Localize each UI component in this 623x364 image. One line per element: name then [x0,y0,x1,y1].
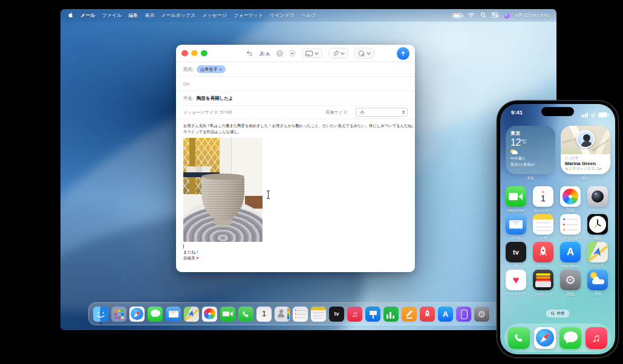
dock-item-music[interactable]: ♫ [347,307,362,322]
dock-item-games[interactable] [420,307,435,322]
home-search-pill[interactable]: 検索 [546,310,570,317]
image-size-select[interactable]: 小 [356,108,408,117]
app-games[interactable]: ゲーム [530,242,556,269]
header-fields-button[interactable] [302,48,322,58]
menu-item-view[interactable]: 表示 [145,12,154,19]
dock-divider [494,306,495,322]
app-photos[interactable]: 写真 [557,186,584,213]
dock-item-tv[interactable]: tv [329,307,344,322]
dock-item-mail[interactable] [166,307,181,322]
menu-item-help[interactable]: ヘルプ [301,12,316,19]
app-maps[interactable]: マップ [584,242,611,269]
menu-bar: メール ファイル 編集 表示 メールボックス メッセージ フォーマット ウインド… [60,9,556,22]
menu-item-mailbox[interactable]: メールボックス [161,12,195,19]
app-calendar[interactable]: 火1 カレンダー [530,186,556,213]
location-place: Marina Green [565,161,606,166]
send-button[interactable] [397,47,409,60]
menu-item-window[interactable]: ウインドウ [270,12,295,19]
text-format-button[interactable]: あぁ [259,50,270,57]
app-camera[interactable]: カメラ [584,186,611,213]
image-size-value: 小 [360,109,364,115]
dock-item-maps[interactable] [184,307,199,322]
wifi-icon[interactable] [468,12,475,19]
app-settings[interactable]: ⚙ 設定 [557,270,584,297]
app-clock[interactable]: 時計 [584,214,611,241]
iphone-dock-phone[interactable] [508,327,530,349]
pottery-photo-attachment[interactable] [183,138,263,242]
iphone-dock-safari[interactable] [534,327,556,349]
dock-item-iphone-mirroring[interactable] [456,307,471,322]
contacts-tabs-icon [287,308,289,319]
menu-item-format[interactable]: フォーマット [233,12,263,19]
message-size-text: メッセージサイズ: 57 KB [183,109,232,115]
weather-widget[interactable]: 東京 12°C やや曇り 最高13 最低10 [506,126,555,174]
app-store-glyph: A [443,310,448,319]
minimize-window-button[interactable] [191,50,198,57]
attach-file-button[interactable] [328,48,348,59]
cc-field[interactable]: Cc: [176,77,415,91]
to-field[interactable]: 宛先: 山本杏子 [176,62,415,77]
menu-item-mail[interactable]: メール [80,12,95,19]
dock-item-reminders[interactable] [293,307,308,322]
app-wallet[interactable]: ウォレット [530,270,556,297]
message-body[interactable]: お母さん元気？私はこの夏また陶芸を始めました！お母さんから教わったこと、だいたい… [176,119,415,261]
app-tv[interactable]: tv TV [503,242,529,268]
menu-item-file[interactable]: ファイル [102,12,122,19]
calendar-date: 1 [262,310,266,318]
apple-menu-icon[interactable] [68,11,74,19]
undo-button[interactable] [246,50,253,57]
find-my-widget[interactable]: MARINA GREEN DR MARINA BLVD たった今 Marina … [561,126,610,174]
control-center-icon[interactable] [492,12,498,19]
dock-item-system-settings[interactable]: ⚙ [474,307,489,322]
dock-item-app-store[interactable]: A [438,307,453,322]
subject-field[interactable]: 件名: 陶芸を再開したよ [176,91,415,106]
dynamic-island [541,107,574,116]
dock-item-finder[interactable] [93,307,108,322]
menu-item-message[interactable]: メッセージ [202,12,227,19]
menu-bar-clock[interactable]: 4月1日(火) 9:41 [515,12,549,19]
dock-item-phone[interactable] [238,307,253,322]
dock-item-photos[interactable] [202,307,217,322]
chevron-down-icon [315,52,319,55]
dock-item-safari[interactable] [129,307,145,322]
finder-face-icon [93,307,108,322]
find-my-widget-label: 探す [561,176,610,181]
chevron-down-icon [341,52,345,55]
menu-item-edit[interactable]: 編集 [128,12,138,19]
image-size-label: 画像サイズ: [326,109,348,115]
dock-item-keynote[interactable] [365,307,380,322]
app-health[interactable]: ♥ ヘルスケア [503,270,529,297]
app-facetime[interactable]: FaceTime [503,186,529,212]
recipient-token[interactable]: 山本杏子 [197,65,226,73]
zoom-window-button[interactable] [201,50,207,57]
app-mail[interactable]: メール [503,214,529,241]
sun-behind-cloud-icon [510,149,518,155]
app-app-store[interactable]: A App Store [557,242,584,268]
dock-item-facetime[interactable] [220,307,235,322]
battery-icon[interactable] [452,13,462,18]
app-weather[interactable]: 天気 [584,270,611,297]
app-notes[interactable]: メモ [530,214,556,241]
phone-handset-icon [241,309,251,319]
emoji-button[interactable] [276,50,283,57]
spotlight-search-icon[interactable] [480,12,486,19]
tv-logo: tv [334,311,339,317]
iphone-dock-music[interactable]: ♫ [585,327,607,349]
gear-icon: ⚙ [478,310,486,319]
cellular-signal-icon [581,112,588,117]
iphone-dock-messages[interactable] [559,327,581,349]
markup-button[interactable] [289,50,296,57]
dock-item-notes[interactable] [311,307,326,322]
user-menu-icon[interactable] [504,13,510,19]
app-reminders[interactable]: リマインダー [557,214,584,241]
dock-item-messages[interactable] [148,307,163,322]
close-window-button[interactable] [181,50,188,57]
clock-hands-icon [587,214,608,235]
avatar-pointer-icon [584,149,587,154]
dock-item-launchpad[interactable] [111,307,126,322]
insert-photo-button[interactable] [354,48,374,59]
dock-item-pages[interactable] [402,307,417,322]
dock-item-calendar[interactable]: 1 [256,307,272,322]
dock-item-contacts[interactable] [275,307,290,322]
dock-item-numbers[interactable] [383,307,399,322]
